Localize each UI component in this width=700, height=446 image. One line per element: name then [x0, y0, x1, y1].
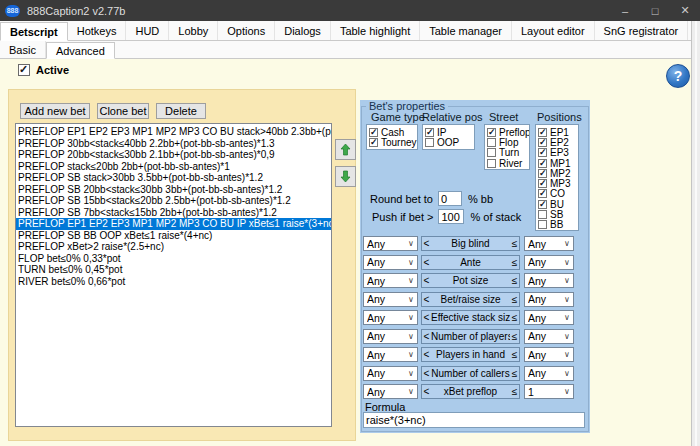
tab-hotkeys[interactable]: Hotkeys	[68, 21, 127, 40]
move-up-button[interactable]	[335, 139, 356, 160]
filter-name: Pot size	[431, 275, 510, 286]
ep1-checkbox[interactable]	[538, 128, 547, 137]
round-bet-input[interactable]	[438, 191, 462, 206]
pot-size-min-dropdown[interactable]: Any∨	[363, 273, 418, 288]
dropdown-value: Any	[367, 349, 405, 361]
tourney-checkbox[interactable]	[369, 138, 378, 147]
dropdown-value: Any	[367, 312, 405, 324]
less-than-symbol: <	[422, 275, 431, 286]
chevron-down-icon: ∨	[405, 295, 417, 304]
help-icon[interactable]: ?	[666, 64, 690, 88]
bb-checkbox[interactable]	[538, 220, 547, 229]
bet-list-item[interactable]: RIVER bet≤0% 0,66*pot	[16, 276, 331, 288]
mp3-checkbox[interactable]	[538, 179, 547, 188]
cash-checkbox[interactable]	[369, 128, 378, 137]
preflop-checkbox[interactable]	[487, 128, 496, 137]
filter-row-number-of-players: Any∨ <Number of players≤ Any∨	[363, 329, 587, 344]
big-blind-max-dropdown[interactable]: Any∨	[524, 236, 574, 251]
flop-checkbox[interactable]	[487, 138, 496, 147]
chevron-down-icon: ∨	[561, 295, 573, 304]
turn-checkbox[interactable]	[487, 148, 496, 157]
xbet-preflop-min-dropdown[interactable]: Any∨	[363, 384, 418, 399]
bet-list-item[interactable]: PREFLOP SB stack>30bb 3.5bb+(pot-bb-sb-a…	[16, 172, 331, 184]
clone-bet-button[interactable]: Clone bet	[97, 103, 149, 119]
close-icon: ✕	[680, 4, 689, 17]
tab-advanced[interactable]: Advanced	[46, 42, 115, 59]
chevron-down-icon: ∨	[561, 239, 573, 248]
move-down-button[interactable]	[335, 166, 356, 187]
bu-checkbox[interactable]	[538, 200, 547, 209]
betscript-sub-tab-bar: Basic Advanced	[0, 41, 691, 59]
bet-raise-size-min-dropdown[interactable]: Any∨	[363, 292, 418, 307]
bet-list-item[interactable]: PREFLOP SB 20bb<stack≤30bb 3bb+(pot-bb-s…	[16, 184, 331, 196]
ante-max-dropdown[interactable]: Any∨	[524, 255, 574, 270]
tab-options[interactable]: Options	[218, 21, 275, 40]
river-checkbox[interactable]	[487, 159, 496, 168]
bet-list-item[interactable]: PREFLOP 30bb<stack≤40bb 2.2bb+(pot-bb-sb…	[16, 138, 331, 150]
tab-sng-registrator[interactable]: SnG registrator	[595, 21, 689, 40]
ip-checkbox[interactable]	[425, 128, 434, 137]
tab-dialogs[interactable]: Dialogs	[275, 21, 331, 40]
pot-size-max-dropdown[interactable]: Any∨	[524, 273, 574, 288]
close-button[interactable]: ✕	[670, 0, 700, 21]
number-of-callers-min-dropdown[interactable]: Any∨	[363, 366, 418, 381]
relative-pos-box: IP OOP	[422, 124, 475, 150]
formula-input[interactable]	[363, 412, 585, 428]
app-window: 888 888Caption2 v2.77b – □ ✕ Betscript H…	[0, 0, 700, 446]
chevron-down-icon: ∨	[561, 350, 573, 359]
sb-checkbox[interactable]	[538, 210, 547, 219]
bet-list-item[interactable]: PREFLOP 20bb<stack≤30bb 2.1bb+(pot-bb-sb…	[16, 149, 331, 161]
bet-raise-size-max-dropdown[interactable]: Any∨	[524, 292, 574, 307]
number-of-players-max-dropdown[interactable]: Any∨	[524, 329, 574, 344]
oop-checkbox[interactable]	[425, 138, 434, 147]
tab-layout-editor[interactable]: Layout editor	[512, 21, 595, 40]
ante-min-dropdown[interactable]: Any∨	[363, 255, 418, 270]
main-tab-bar: Betscript Hotkeys HUD Lobby Options Dial…	[0, 21, 691, 41]
tab-lobby[interactable]: Lobby	[169, 21, 218, 40]
tab-betscript[interactable]: Betscript	[0, 22, 68, 41]
active-checkbox[interactable]	[18, 64, 30, 76]
players-in-hand-min-dropdown[interactable]: Any∨	[363, 347, 418, 362]
tab-table-manager[interactable]: Table manager	[420, 21, 512, 40]
add-new-bet-button[interactable]: Add new bet	[20, 103, 90, 119]
round-bet-row: Round bet to % bb	[370, 191, 493, 206]
tab-table-highlight[interactable]: Table highlight	[331, 21, 420, 40]
tab-basic[interactable]: Basic	[0, 41, 46, 58]
bet-list-item[interactable]: TURN bet≤0% 0,45*pot	[16, 264, 331, 276]
tab-hud[interactable]: HUD	[126, 21, 169, 40]
less-equal-symbol: ≤	[510, 238, 519, 249]
street-label: Street	[489, 111, 518, 123]
ep2-checkbox[interactable]	[538, 138, 547, 147]
co-checkbox[interactable]	[538, 189, 547, 198]
dropdown-value: Any	[367, 367, 405, 379]
filter-row-effective-stack: Any∨ <Effective stack size≤ Any∨	[363, 310, 587, 325]
bet-list-item[interactable]: PREFLOP stack≤20bb 2bb+(pot-bb-sb-antes)…	[16, 161, 331, 173]
delete-bet-button[interactable]: Delete	[156, 103, 206, 119]
relative-pos-label: Relative pos	[422, 111, 483, 123]
bet-list-item-selected[interactable]: PREFLOP EP1 EP2 EP3 MP1 MP2 MP3 CO BU IP…	[16, 218, 331, 230]
bet-list-item[interactable]: FLOP bet≤0% 0,33*pot	[16, 253, 331, 265]
mp1-checkbox[interactable]	[538, 159, 547, 168]
bet-list-item[interactable]: PREFLOP SB 7bb<stack≤15bb 2bb+(pot-bb-sb…	[16, 207, 331, 219]
bet-list-item[interactable]: PREFLOP SB 15bb<stack≤20bb 2.5bb+(pot-bb…	[16, 195, 331, 207]
bet-listbox[interactable]: PREFLOP EP1 EP2 EP3 MP1 MP2 MP3 CO BU st…	[15, 123, 332, 427]
effective-stack-min-dropdown[interactable]: Any∨	[363, 310, 418, 325]
bet-raise-size-filter-label: <Bet/raise size≤	[421, 292, 520, 307]
number-of-players-min-dropdown[interactable]: Any∨	[363, 329, 418, 344]
big-blind-min-dropdown[interactable]: Any∨	[363, 236, 418, 251]
bet-list-item[interactable]: PREFLOP xBet>2 raise*(2.5+nc)	[16, 241, 331, 253]
effective-stack-max-dropdown[interactable]: Any∨	[524, 310, 574, 325]
maximize-button[interactable]: □	[640, 0, 670, 21]
ep3-checkbox[interactable]	[538, 148, 547, 157]
push-if-input[interactable]	[438, 209, 464, 224]
xbet-preflop-max-dropdown[interactable]: 1∨	[524, 384, 574, 399]
mp2-checkbox[interactable]	[538, 169, 547, 178]
number-of-callers-max-dropdown[interactable]: Any∨	[524, 366, 574, 381]
minimize-button[interactable]: –	[610, 0, 640, 21]
effective-stack-filter-label: <Effective stack size≤	[421, 310, 520, 325]
chevron-down-icon: ∨	[561, 313, 573, 322]
bet-list-item[interactable]: PREFLOP SB BB OOP xBet≤1 raise*(4+nc)	[16, 230, 331, 242]
dropdown-value: Any	[367, 238, 405, 250]
players-in-hand-max-dropdown[interactable]: Any∨	[524, 347, 574, 362]
bet-list-item[interactable]: PREFLOP EP1 EP2 EP3 MP1 MP2 MP3 CO BU st…	[16, 126, 331, 138]
